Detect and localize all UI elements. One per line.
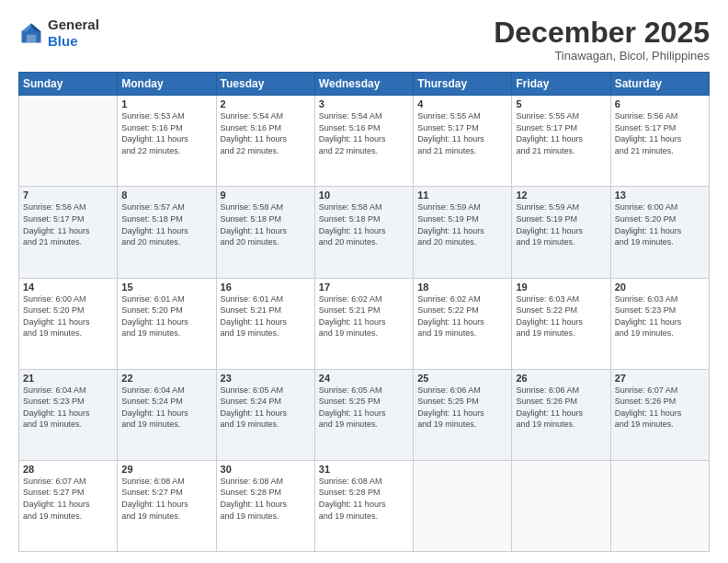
table-row: 5Sunrise: 5:55 AM Sunset: 5:17 PM Daylig… <box>512 96 610 187</box>
table-row: 11Sunrise: 5:59 AM Sunset: 5:19 PM Dayli… <box>414 187 512 278</box>
table-row <box>610 460 709 551</box>
day-info: Sunrise: 6:04 AM Sunset: 5:24 PM Dayligh… <box>121 385 211 431</box>
table-row: 30Sunrise: 6:08 AM Sunset: 5:28 PM Dayli… <box>216 460 314 551</box>
col-saturday: Saturday <box>610 73 709 96</box>
day-info: Sunrise: 5:53 AM Sunset: 5:16 PM Dayligh… <box>121 110 211 156</box>
table-row: 1Sunrise: 5:53 AM Sunset: 5:16 PM Daylig… <box>118 96 216 187</box>
table-row: 7Sunrise: 5:56 AM Sunset: 5:17 PM Daylig… <box>19 187 118 278</box>
table-row: 19Sunrise: 6:03 AM Sunset: 5:22 PM Dayli… <box>512 278 610 369</box>
calendar-week-row: 14Sunrise: 6:00 AM Sunset: 5:20 PM Dayli… <box>19 278 710 369</box>
col-sunday: Sunday <box>19 73 118 96</box>
page: General Blue December 2025 Tinawagan, Bi… <box>0 0 728 563</box>
table-row: 9Sunrise: 5:58 AM Sunset: 5:18 PM Daylig… <box>216 187 314 278</box>
day-number: 27 <box>615 373 705 384</box>
table-row: 18Sunrise: 6:02 AM Sunset: 5:22 PM Dayli… <box>414 278 512 369</box>
day-number: 24 <box>319 373 409 384</box>
day-info: Sunrise: 5:54 AM Sunset: 5:16 PM Dayligh… <box>221 110 311 156</box>
svg-rect-3 <box>27 35 37 43</box>
table-row: 25Sunrise: 6:06 AM Sunset: 5:25 PM Dayli… <box>414 369 512 460</box>
day-info: Sunrise: 5:56 AM Sunset: 5:17 PM Dayligh… <box>615 110 705 156</box>
calendar-week-row: 1Sunrise: 5:53 AM Sunset: 5:16 PM Daylig… <box>19 96 710 187</box>
table-row <box>512 460 610 551</box>
day-info: Sunrise: 6:01 AM Sunset: 5:20 PM Dayligh… <box>121 293 211 339</box>
day-number: 6 <box>615 98 705 109</box>
day-number: 17 <box>319 282 409 293</box>
table-row: 6Sunrise: 5:56 AM Sunset: 5:17 PM Daylig… <box>610 96 709 187</box>
day-number: 28 <box>23 464 113 475</box>
table-row: 16Sunrise: 6:01 AM Sunset: 5:21 PM Dayli… <box>216 278 314 369</box>
day-number: 21 <box>23 373 113 384</box>
day-info: Sunrise: 6:02 AM Sunset: 5:22 PM Dayligh… <box>417 293 507 339</box>
table-row: 20Sunrise: 6:03 AM Sunset: 5:23 PM Dayli… <box>610 278 709 369</box>
day-number: 31 <box>319 464 409 475</box>
table-row: 13Sunrise: 6:00 AM Sunset: 5:20 PM Dayli… <box>610 187 709 278</box>
day-info: Sunrise: 6:03 AM Sunset: 5:22 PM Dayligh… <box>516 293 606 339</box>
table-row: 12Sunrise: 5:59 AM Sunset: 5:19 PM Dayli… <box>512 187 610 278</box>
day-number: 11 <box>417 190 507 201</box>
col-tuesday: Tuesday <box>216 73 314 96</box>
header: General Blue December 2025 Tinawagan, Bi… <box>18 17 710 63</box>
table-row: 27Sunrise: 6:07 AM Sunset: 5:26 PM Dayli… <box>610 369 709 460</box>
table-row: 23Sunrise: 6:05 AM Sunset: 5:24 PM Dayli… <box>216 369 314 460</box>
table-row <box>19 96 118 187</box>
day-info: Sunrise: 6:04 AM Sunset: 5:23 PM Dayligh… <box>23 385 113 431</box>
day-info: Sunrise: 6:08 AM Sunset: 5:28 PM Dayligh… <box>221 476 311 522</box>
day-number: 4 <box>417 98 507 109</box>
day-number: 20 <box>615 282 705 293</box>
table-row: 3Sunrise: 5:54 AM Sunset: 5:16 PM Daylig… <box>314 96 413 187</box>
table-row: 22Sunrise: 6:04 AM Sunset: 5:24 PM Dayli… <box>118 369 216 460</box>
day-number: 3 <box>319 98 409 109</box>
table-row: 26Sunrise: 6:06 AM Sunset: 5:26 PM Dayli… <box>512 369 610 460</box>
calendar-week-row: 21Sunrise: 6:04 AM Sunset: 5:23 PM Dayli… <box>19 369 710 460</box>
col-friday: Friday <box>512 73 610 96</box>
table-row: 31Sunrise: 6:08 AM Sunset: 5:28 PM Dayli… <box>314 460 413 551</box>
table-row: 24Sunrise: 6:05 AM Sunset: 5:25 PM Dayli… <box>314 369 413 460</box>
day-info: Sunrise: 6:03 AM Sunset: 5:23 PM Dayligh… <box>615 293 705 339</box>
table-row: 10Sunrise: 5:58 AM Sunset: 5:18 PM Dayli… <box>314 187 413 278</box>
table-row: 29Sunrise: 6:08 AM Sunset: 5:27 PM Dayli… <box>118 460 216 551</box>
table-row: 28Sunrise: 6:07 AM Sunset: 5:27 PM Dayli… <box>19 460 118 551</box>
col-wednesday: Wednesday <box>314 73 413 96</box>
day-number: 18 <box>417 282 507 293</box>
day-number: 16 <box>221 282 311 293</box>
day-info: Sunrise: 5:54 AM Sunset: 5:16 PM Dayligh… <box>319 110 409 156</box>
logo-text: General Blue <box>48 17 99 50</box>
table-row: 2Sunrise: 5:54 AM Sunset: 5:16 PM Daylig… <box>216 96 314 187</box>
day-info: Sunrise: 6:01 AM Sunset: 5:21 PM Dayligh… <box>221 293 311 339</box>
logo: General Blue <box>18 17 99 50</box>
day-number: 19 <box>516 282 606 293</box>
day-info: Sunrise: 5:56 AM Sunset: 5:17 PM Dayligh… <box>23 201 113 247</box>
day-number: 7 <box>23 190 113 201</box>
day-number: 10 <box>319 190 409 201</box>
day-number: 26 <box>516 373 606 384</box>
day-number: 1 <box>121 98 211 109</box>
day-number: 23 <box>221 373 311 384</box>
day-info: Sunrise: 5:57 AM Sunset: 5:18 PM Dayligh… <box>121 201 211 247</box>
day-info: Sunrise: 6:02 AM Sunset: 5:21 PM Dayligh… <box>319 293 409 339</box>
calendar-table: Sunday Monday Tuesday Wednesday Thursday… <box>18 72 710 552</box>
day-number: 30 <box>221 464 311 475</box>
day-info: Sunrise: 5:55 AM Sunset: 5:17 PM Dayligh… <box>417 110 507 156</box>
day-number: 5 <box>516 98 606 109</box>
day-info: Sunrise: 5:55 AM Sunset: 5:17 PM Dayligh… <box>516 110 606 156</box>
day-info: Sunrise: 5:58 AM Sunset: 5:18 PM Dayligh… <box>221 201 311 247</box>
day-number: 14 <box>23 282 113 293</box>
day-info: Sunrise: 5:59 AM Sunset: 5:19 PM Dayligh… <box>516 201 606 247</box>
title-block: December 2025 Tinawagan, Bicol, Philippi… <box>494 17 710 63</box>
logo-blue: Blue <box>48 33 78 49</box>
logo-icon <box>18 20 44 46</box>
table-row <box>414 460 512 551</box>
day-info: Sunrise: 6:00 AM Sunset: 5:20 PM Dayligh… <box>23 293 113 339</box>
day-number: 29 <box>121 464 211 475</box>
day-info: Sunrise: 6:05 AM Sunset: 5:25 PM Dayligh… <box>319 385 409 431</box>
table-row: 17Sunrise: 6:02 AM Sunset: 5:21 PM Dayli… <box>314 278 413 369</box>
calendar-week-row: 28Sunrise: 6:07 AM Sunset: 5:27 PM Dayli… <box>19 460 710 551</box>
col-monday: Monday <box>118 73 216 96</box>
day-info: Sunrise: 5:58 AM Sunset: 5:18 PM Dayligh… <box>319 201 409 247</box>
calendar-week-row: 7Sunrise: 5:56 AM Sunset: 5:17 PM Daylig… <box>19 187 710 278</box>
table-row: 8Sunrise: 5:57 AM Sunset: 5:18 PM Daylig… <box>118 187 216 278</box>
day-info: Sunrise: 6:08 AM Sunset: 5:28 PM Dayligh… <box>319 476 409 522</box>
calendar-header-row: Sunday Monday Tuesday Wednesday Thursday… <box>19 73 710 96</box>
day-number: 9 <box>221 190 311 201</box>
table-row: 15Sunrise: 6:01 AM Sunset: 5:20 PM Dayli… <box>118 278 216 369</box>
